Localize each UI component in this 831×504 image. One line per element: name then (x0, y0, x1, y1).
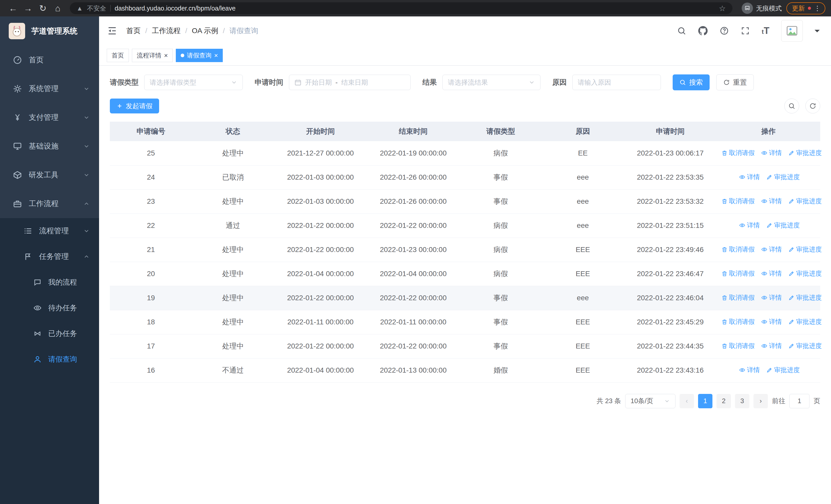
sidebar-item-process-management[interactable]: 流程管理 (0, 218, 99, 244)
breadcrumb-item[interactable]: OA 示例 (192, 26, 219, 36)
start-date-placeholder[interactable]: 开始日期 (305, 78, 332, 87)
toggle-search-button[interactable] (784, 98, 799, 113)
sidebar-item-done-tasks[interactable]: 已办任务 (0, 321, 99, 347)
bookmark-star-icon[interactable]: ☆ (719, 4, 726, 13)
sidebar-item-infrastructure[interactable]: 基础设施 (0, 132, 99, 161)
user-menu-caret-icon[interactable] (814, 30, 820, 35)
end-date-placeholder[interactable]: 结束日期 (341, 78, 368, 87)
browser-reload-icon[interactable]: ↻ (35, 3, 50, 13)
browser-back-icon[interactable]: ← (6, 3, 21, 13)
progress-link[interactable]: 审批进度 (789, 149, 822, 157)
prev-page-button[interactable]: ‹ (680, 394, 694, 408)
tab-home[interactable]: 首页 (107, 49, 129, 62)
edit-icon (766, 367, 773, 373)
cell-apply-time: 2022-01-22 23:53:32 (624, 189, 717, 213)
refresh-table-button[interactable] (805, 98, 820, 113)
sidebar-item-pending-tasks[interactable]: 待办任务 (0, 295, 99, 321)
sidebar-item-task-management[interactable]: 任务管理 (0, 244, 99, 269)
browser-menu-icon[interactable]: ⋮ (814, 4, 821, 12)
progress-link[interactable]: 审批进度 (789, 342, 822, 350)
detail-link[interactable]: 详情 (761, 197, 782, 205)
browser-forward-icon[interactable]: → (21, 3, 35, 13)
tab-close-icon[interactable]: × (214, 52, 218, 59)
chevron-down-icon (83, 85, 90, 92)
cancel-leave-link[interactable]: 取消请假 (721, 269, 755, 278)
breadcrumb-item[interactable]: 首页 (126, 26, 141, 36)
security-warning-icon[interactable]: ▲ (77, 5, 83, 12)
trash-icon (721, 270, 727, 277)
cancel-leave-link[interactable]: 取消请假 (721, 318, 755, 326)
sidebar-item-devtools[interactable]: 研发工具 (0, 161, 99, 189)
detail-link[interactable]: 详情 (761, 342, 782, 350)
progress-link[interactable]: 审批进度 (789, 293, 822, 302)
eye-icon (761, 343, 767, 349)
detail-link[interactable]: 详情 (739, 173, 760, 181)
progress-link[interactable]: 审批进度 (789, 269, 822, 278)
detail-link[interactable]: 详情 (761, 318, 782, 326)
page-button-2[interactable]: 2 (717, 394, 731, 408)
eye-icon (761, 198, 767, 204)
github-icon[interactable] (698, 26, 708, 36)
tab-leave-query[interactable]: 请假查询 × (176, 49, 223, 62)
detail-link[interactable]: 详情 (739, 221, 760, 230)
tab-process-detail[interactable]: 流程详情 × (132, 49, 173, 62)
progress-link[interactable]: 审批进度 (789, 318, 822, 326)
detail-link[interactable]: 详情 (761, 293, 782, 302)
progress-link[interactable]: 审批进度 (789, 197, 822, 205)
leave-type-select[interactable]: 请选择请假类型 (144, 75, 243, 90)
detail-link[interactable]: 详情 (761, 245, 782, 254)
edit-icon (789, 295, 795, 301)
fullscreen-icon[interactable] (741, 26, 750, 35)
browser-home-icon[interactable]: ⌂ (50, 3, 65, 13)
create-leave-button[interactable]: 发起请假 (110, 98, 159, 113)
progress-link[interactable]: 审批进度 (789, 245, 822, 254)
security-warning-label[interactable]: 不安全 (87, 4, 106, 12)
sidebar-item-my-processes[interactable]: 我的流程 (0, 269, 99, 295)
breadcrumb-item[interactable]: 工作流程 (152, 26, 181, 36)
goto-page-input[interactable] (790, 394, 809, 408)
progress-link[interactable]: 审批进度 (766, 366, 800, 374)
detail-link[interactable]: 详情 (761, 269, 782, 278)
breadcrumb: 首页 / 工作流程 / OA 示例 / 请假查询 (126, 26, 258, 36)
url-text[interactable]: dashboard.yudao.iocoder.cn/bpm/oa/leave (115, 5, 236, 12)
cancel-leave-link[interactable]: 取消请假 (721, 149, 755, 157)
sidebar-item-leave-query[interactable]: 请假查询 (0, 347, 99, 372)
cancel-leave-link[interactable]: 取消请假 (721, 293, 755, 302)
browser-update-button[interactable]: 更新 ⋮ (786, 2, 825, 14)
avatar[interactable] (781, 20, 803, 41)
sidebar-item-home[interactable]: 首页 (0, 46, 99, 75)
cancel-leave-link[interactable]: 取消请假 (721, 245, 755, 254)
next-page-button[interactable]: › (753, 394, 768, 408)
progress-link[interactable]: 审批进度 (766, 173, 800, 181)
cancel-leave-link[interactable]: 取消请假 (721, 197, 755, 205)
reason-input[interactable] (572, 75, 661, 90)
page-button-3[interactable]: 3 (735, 394, 749, 408)
search-button[interactable]: 搜索 (672, 75, 710, 90)
search-icon[interactable] (677, 26, 686, 35)
progress-link[interactable]: 审批进度 (766, 221, 800, 230)
detail-link[interactable]: 详情 (761, 149, 782, 157)
page-button-1[interactable]: 1 (698, 394, 712, 408)
edit-icon (766, 174, 773, 180)
cancel-leave-link[interactable]: 取消请假 (721, 342, 755, 350)
result-select[interactable]: 请选择流结果 (442, 75, 541, 90)
chevron-down-icon (528, 79, 535, 86)
cell-reason: EEE (542, 310, 624, 334)
sidebar-item-payment[interactable]: 支付管理 (0, 103, 99, 132)
sidebar-toggle-icon[interactable] (107, 25, 118, 36)
detail-link[interactable]: 详情 (739, 366, 760, 374)
address-bar[interactable]: ▲ 不安全 dashboard.yudao.iocoder.cn/bpm/oa/… (70, 2, 733, 14)
page-size-select[interactable]: 10条/页 (625, 394, 676, 408)
app-logo[interactable]: 芋道管理系统 (0, 17, 99, 46)
sidebar-item-system[interactable]: 系统管理 (0, 75, 99, 103)
apply-time-range-picker[interactable]: 开始日期 - 结束日期 (289, 75, 411, 90)
goto-suffix: 页 (813, 396, 820, 406)
help-icon[interactable] (720, 26, 729, 35)
reset-button[interactable]: 重置 (716, 75, 754, 90)
cell-start-time: 2022-01-22 00:00:00 (274, 334, 367, 358)
sidebar-item-workflow[interactable]: 工作流程 (0, 189, 99, 218)
breadcrumb-current: 请假查询 (229, 26, 258, 36)
chevron-down-icon (83, 228, 90, 234)
font-size-icon[interactable]: tT (762, 25, 769, 36)
tab-close-icon[interactable]: × (164, 52, 168, 59)
